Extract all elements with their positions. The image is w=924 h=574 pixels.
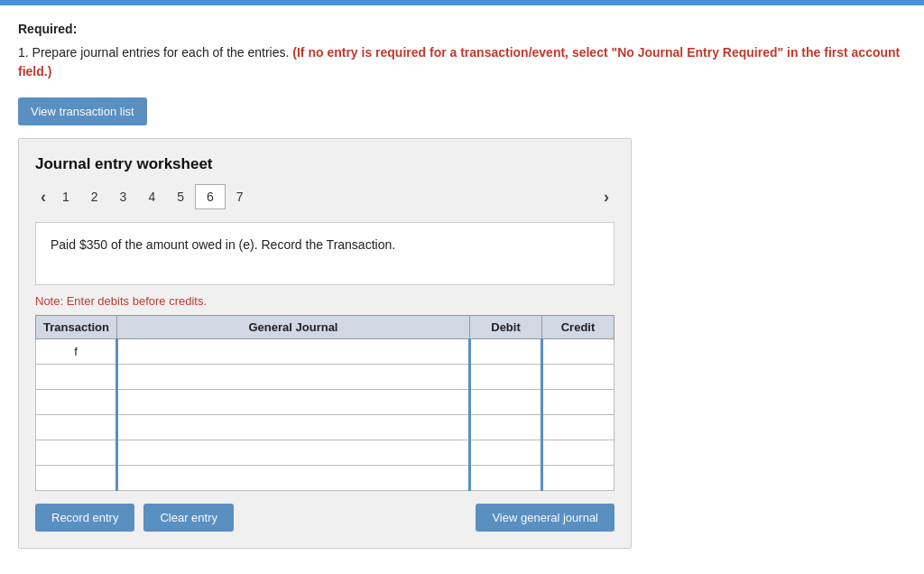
gj-input-1[interactable] (118, 339, 468, 364)
col-header-transaction: Transaction (36, 316, 117, 339)
table-row (36, 440, 614, 466)
transaction-description: Paid $350 of the amount owed in (e). Rec… (35, 222, 614, 285)
journal-table: Transaction General Journal Debit Credit… (35, 315, 614, 491)
note-text: Note: Enter debits before credits. (35, 294, 614, 308)
table-row (36, 390, 614, 415)
credit-cell-5[interactable] (542, 440, 614, 466)
table-row (36, 466, 614, 491)
debit-cell-1[interactable] (470, 339, 542, 365)
tab-3[interactable]: 3 (109, 185, 138, 208)
tab-2[interactable]: 2 (80, 185, 109, 208)
credit-cell-6[interactable] (542, 466, 614, 491)
col-header-gj: General Journal (117, 316, 470, 339)
debit-input-4[interactable] (471, 415, 541, 440)
gj-input-2[interactable] (118, 365, 468, 389)
worksheet-title: Journal entry worksheet (35, 155, 614, 173)
col-header-credit: Credit (542, 316, 614, 339)
debit-cell-5[interactable] (470, 440, 542, 466)
debit-input-5[interactable] (471, 440, 541, 465)
gj-cell-1[interactable] (117, 339, 470, 365)
col-header-debit: Debit (470, 316, 542, 339)
required-label: Required: (18, 22, 906, 36)
transaction-cell-1: f (36, 339, 117, 365)
row1-transaction-label: f (74, 345, 78, 358)
credit-cell-3[interactable] (542, 390, 614, 415)
debit-cell-2[interactable] (470, 365, 542, 390)
debit-cell-4[interactable] (470, 415, 542, 440)
table-row: f (36, 339, 614, 365)
next-tab-arrow[interactable]: › (598, 186, 614, 208)
table-row (36, 415, 614, 440)
prev-tab-arrow[interactable]: ‹ (35, 186, 51, 208)
view-general-journal-button[interactable]: View general journal (476, 504, 614, 532)
table-row (36, 365, 614, 390)
transaction-cell-5 (36, 440, 117, 466)
action-buttons: Record entry Clear entry View general jo… (35, 504, 614, 532)
gj-input-3[interactable] (118, 390, 468, 414)
transaction-cell-4 (36, 415, 117, 440)
debit-input-3[interactable] (471, 390, 541, 414)
view-transaction-button[interactable]: View transaction list (18, 97, 147, 125)
credit-input-5[interactable] (543, 440, 614, 465)
debit-input-6[interactable] (471, 466, 541, 490)
page-content: Required: 1. Prepare journal entries for… (0, 5, 924, 567)
gj-cell-5[interactable] (117, 440, 470, 466)
tab-5[interactable]: 5 (166, 185, 195, 208)
debit-input-2[interactable] (471, 365, 541, 389)
instruction-prefix: 1. Prepare journal entries for each of t… (18, 45, 292, 60)
tab-1[interactable]: 1 (51, 185, 80, 208)
gj-cell-4[interactable] (117, 415, 470, 440)
tab-navigation: ‹ 1 2 3 4 5 6 7 › (35, 184, 614, 209)
gj-input-4[interactable] (118, 415, 468, 440)
debit-cell-3[interactable] (470, 390, 542, 415)
credit-cell-2[interactable] (542, 365, 614, 390)
credit-input-2[interactable] (543, 365, 614, 389)
worksheet-container: Journal entry worksheet ‹ 1 2 3 4 5 6 7 … (18, 138, 632, 549)
transaction-cell-3 (36, 390, 117, 415)
record-entry-button[interactable]: Record entry (35, 504, 134, 532)
credit-input-1[interactable] (543, 339, 614, 364)
credit-cell-1[interactable] (542, 339, 614, 365)
transaction-cell-2 (36, 365, 117, 390)
instruction-text: 1. Prepare journal entries for each of t… (18, 43, 906, 81)
transaction-cell-6 (36, 466, 117, 491)
tab-6[interactable]: 6 (195, 184, 226, 209)
gj-cell-6[interactable] (117, 466, 470, 491)
gj-input-6[interactable] (118, 466, 468, 490)
debit-input-1[interactable] (471, 339, 541, 364)
gj-cell-3[interactable] (117, 390, 470, 415)
clear-entry-button[interactable]: Clear entry (143, 504, 234, 532)
credit-input-3[interactable] (543, 390, 614, 414)
credit-cell-4[interactable] (542, 415, 614, 440)
credit-input-6[interactable] (543, 466, 614, 490)
gj-cell-2[interactable] (117, 365, 470, 390)
debit-cell-6[interactable] (470, 466, 542, 491)
gj-input-5[interactable] (118, 440, 468, 465)
tab-7[interactable]: 7 (226, 185, 254, 208)
tab-4[interactable]: 4 (137, 185, 166, 208)
credit-input-4[interactable] (543, 415, 614, 440)
